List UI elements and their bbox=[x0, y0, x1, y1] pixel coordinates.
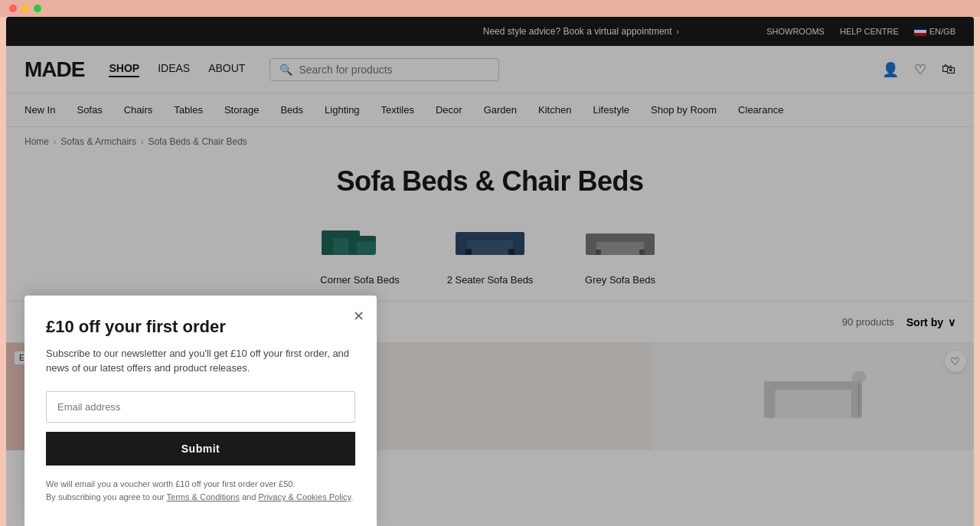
header-nav: SHOP IDEAS ABOUT bbox=[109, 62, 245, 77]
page-title: Sofa Beds & Chair Beds bbox=[6, 156, 974, 213]
main-nav: New In Sofas Chairs Tables Storage Beds … bbox=[6, 93, 974, 127]
search-bar[interactable]: 🔍 bbox=[270, 58, 499, 81]
search-input[interactable] bbox=[299, 64, 489, 76]
category-tile-corner[interactable]: Corner Sofa Beds bbox=[310, 213, 410, 286]
nav-garden[interactable]: Garden bbox=[484, 104, 517, 116]
svg-rect-25 bbox=[764, 387, 775, 418]
nav-chairs[interactable]: Chairs bbox=[124, 104, 153, 116]
category-tiles: Corner Sofa Beds 2 Seater Sofa Beds bbox=[6, 213, 974, 301]
header: MADE SHOP IDEAS ABOUT 🔍 👤 ♡ 🛍 bbox=[6, 46, 974, 93]
browser-chrome bbox=[0, 0, 980, 17]
terms-link[interactable]: Terms & Conditions bbox=[167, 492, 240, 501]
tile-image-grey bbox=[570, 213, 670, 266]
nav-lifestyle[interactable]: Lifestyle bbox=[593, 104, 629, 116]
svg-rect-9 bbox=[456, 232, 524, 240]
logo[interactable]: MADE bbox=[24, 57, 84, 82]
svg-rect-1 bbox=[322, 236, 333, 255]
modal-title: £10 off your first order bbox=[46, 317, 355, 337]
category-tile-2seater[interactable]: 2 Seater Sofa Beds bbox=[440, 213, 540, 286]
wishlist-button-3[interactable]: ♡ bbox=[945, 351, 966, 372]
corner-sofa-icon bbox=[314, 217, 406, 263]
sort-chevron-icon: ∨ bbox=[948, 316, 956, 328]
svg-rect-27 bbox=[764, 381, 862, 390]
tile-image-corner bbox=[310, 213, 410, 266]
breadcrumb: Home › Sofas & Armchairs › Sofa Beds & C… bbox=[6, 127, 974, 156]
breadcrumb-current: Sofa Beds & Chair Beds bbox=[148, 136, 247, 147]
announcement-chevron: › bbox=[677, 28, 679, 36]
nav-about[interactable]: ABOUT bbox=[208, 62, 245, 77]
nav-shop[interactable]: SHOP bbox=[109, 62, 139, 77]
product-image-3 bbox=[652, 343, 974, 450]
nav-shop-by-room[interactable]: Shop by Room bbox=[651, 104, 717, 116]
svg-rect-26 bbox=[851, 387, 861, 418]
sort-label: Sort by bbox=[906, 316, 943, 328]
showrooms-link[interactable]: SHOWROOMS bbox=[766, 27, 825, 36]
breadcrumb-sofas[interactable]: Sofas & Armchairs bbox=[60, 136, 136, 147]
nav-tables[interactable]: Tables bbox=[174, 104, 203, 116]
account-icon[interactable]: 👤 bbox=[882, 61, 899, 78]
breadcrumb-sep-2: › bbox=[141, 138, 143, 146]
modal-legal-text: We will email you a voucher worth £10 of… bbox=[46, 479, 295, 488]
svg-point-29 bbox=[851, 371, 866, 383]
nav-sofas[interactable]: Sofas bbox=[77, 104, 102, 116]
product-card-3[interactable]: ♡ bbox=[652, 343, 974, 450]
filter-right: 90 products Sort by ∨ bbox=[842, 316, 956, 328]
sort-button[interactable]: Sort by ∨ bbox=[906, 316, 956, 328]
tile-image-2seater bbox=[440, 213, 540, 266]
modal-description: Subscribe to our newsletter and you'll g… bbox=[46, 346, 355, 376]
svg-rect-11 bbox=[508, 249, 514, 255]
browser-window: Need style advice? Book a virtual appoin… bbox=[6, 17, 974, 526]
help-centre-link[interactable]: HELP CENTRE bbox=[840, 27, 899, 36]
modal-legal: We will email you a voucher worth £10 of… bbox=[46, 478, 355, 505]
locale-selector[interactable]: EN/GB bbox=[914, 27, 956, 36]
announcement-text[interactable]: Need style advice? Book a virtual appoin… bbox=[396, 26, 767, 37]
tile-label-2seater: 2 Seater Sofa Beds bbox=[447, 274, 534, 286]
nav-decor[interactable]: Decor bbox=[436, 104, 462, 116]
svg-rect-10 bbox=[466, 249, 472, 255]
announcement-bar: Need style advice? Book a virtual appoin… bbox=[6, 17, 974, 46]
product-count: 90 products bbox=[842, 316, 894, 328]
nav-ideas[interactable]: IDEAS bbox=[158, 62, 190, 77]
wishlist-icon[interactable]: ♡ bbox=[914, 61, 926, 78]
tile-label-grey: Grey Sofa Beds bbox=[585, 274, 655, 286]
nav-kitchen[interactable]: Kitchen bbox=[538, 104, 571, 116]
submit-button[interactable]: Submit bbox=[46, 432, 355, 466]
tile-label-corner: Corner Sofa Beds bbox=[320, 274, 399, 286]
breadcrumb-sep-1: › bbox=[54, 138, 56, 146]
nav-lighting[interactable]: Lighting bbox=[325, 104, 360, 116]
nav-clearance[interactable]: Clearance bbox=[738, 104, 783, 116]
nav-new-in[interactable]: New In bbox=[24, 104, 55, 116]
svg-rect-3 bbox=[322, 230, 360, 238]
maximize-dot[interactable] bbox=[34, 5, 41, 12]
product-card-2[interactable] bbox=[329, 343, 652, 450]
svg-rect-7 bbox=[456, 238, 467, 255]
modal-close-button[interactable]: ✕ bbox=[353, 308, 364, 325]
svg-rect-8 bbox=[513, 238, 524, 255]
email-field[interactable] bbox=[46, 391, 355, 423]
svg-rect-16 bbox=[596, 250, 601, 255]
nav-beds[interactable]: Beds bbox=[280, 104, 303, 116]
cart-icon[interactable]: 🛍 bbox=[942, 61, 956, 77]
svg-rect-5 bbox=[357, 236, 376, 242]
breadcrumb-home[interactable]: Home bbox=[24, 136, 49, 147]
svg-rect-24 bbox=[764, 387, 862, 418]
privacy-link[interactable]: Privacy & Cookies Policy bbox=[258, 492, 351, 501]
flag-icon bbox=[914, 27, 926, 36]
announcement-right: SHOWROOMS HELP CENTRE EN/GB bbox=[766, 27, 956, 36]
close-dot[interactable] bbox=[9, 5, 17, 12]
svg-rect-17 bbox=[639, 250, 645, 255]
2seater-sofa-icon bbox=[444, 217, 536, 263]
newsletter-modal: ✕ £10 off your first order Subscribe to … bbox=[24, 296, 377, 526]
period: . bbox=[351, 492, 353, 501]
grey-sofa-icon bbox=[574, 217, 666, 263]
minimize-dot[interactable] bbox=[21, 5, 29, 12]
modal-legal-subscribe: By subscribing you agree to our Terms & … bbox=[46, 492, 353, 501]
header-actions: 👤 ♡ 🛍 bbox=[882, 61, 956, 78]
nav-storage[interactable]: Storage bbox=[224, 104, 260, 116]
product-sofa-3 bbox=[752, 362, 874, 431]
nav-textiles[interactable]: Textiles bbox=[381, 104, 414, 116]
svg-rect-15 bbox=[586, 234, 655, 242]
search-icon: 🔍 bbox=[279, 64, 292, 76]
category-tile-grey[interactable]: Grey Sofa Beds bbox=[570, 213, 670, 286]
